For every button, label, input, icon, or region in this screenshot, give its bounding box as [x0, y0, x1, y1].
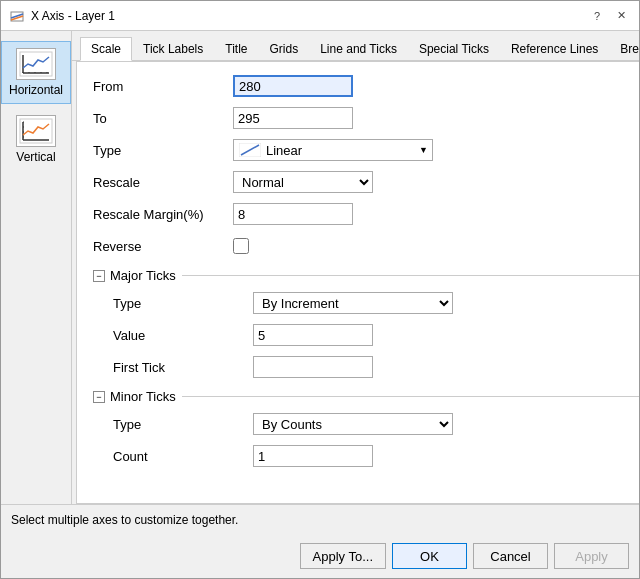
minor-ticks-label: Minor Ticks: [110, 389, 176, 404]
ok-button[interactable]: OK: [392, 543, 467, 569]
minor-ticks-toggle[interactable]: −: [93, 391, 105, 403]
minor-type-select[interactable]: By Counts By Increment Manual: [253, 413, 453, 435]
major-value-row: Value: [113, 323, 639, 347]
tabs: Scale Tick Labels Title Grids Line and T…: [72, 31, 639, 61]
major-ticks-label: Major Ticks: [110, 268, 176, 283]
minor-ticks-line: [182, 396, 639, 397]
content-area: From To Type: [76, 61, 639, 504]
titlebar-title: X Axis - Layer 1: [31, 9, 587, 23]
titlebar-controls: ? ✕: [587, 6, 631, 26]
major-type-row: Type By Increment By Counts Manual: [113, 291, 639, 315]
rescale-select[interactable]: Normal Auto Fixed: [233, 171, 373, 193]
first-tick-row: First Tick: [113, 355, 639, 379]
apply-button[interactable]: Apply: [554, 543, 629, 569]
type-select-container: Linear Log10 Ln Log2 ▼: [233, 139, 433, 161]
tab-reference-lines[interactable]: Reference Lines: [500, 37, 609, 61]
horizontal-axis-icon: [16, 48, 56, 80]
dialog: X Axis - Layer 1 ? ✕: [0, 0, 640, 579]
reverse-checkbox[interactable]: [233, 238, 249, 254]
tab-grids[interactable]: Grids: [259, 37, 310, 61]
sidebar-item-vertical[interactable]: Vertical: [1, 108, 71, 171]
sidebar-item-horizontal[interactable]: Horizontal: [1, 41, 71, 104]
from-row: From: [93, 74, 639, 98]
minor-ticks-header: − Minor Ticks: [93, 389, 639, 404]
from-label: From: [93, 79, 233, 94]
tab-scale[interactable]: Scale: [80, 37, 132, 61]
first-tick-label: First Tick: [113, 360, 253, 375]
tab-special-ticks[interactable]: Special Ticks: [408, 37, 500, 61]
help-button[interactable]: ?: [587, 6, 607, 26]
major-ticks-line: [182, 275, 639, 276]
minor-count-input[interactable]: [253, 445, 373, 467]
apply-to-button[interactable]: Apply To...: [300, 543, 386, 569]
minor-count-row: Count: [113, 444, 639, 468]
vertical-axis-icon: [16, 115, 56, 147]
minor-type-row: Type By Counts By Increment Manual: [113, 412, 639, 436]
major-type-select[interactable]: By Increment By Counts Manual: [253, 292, 453, 314]
status-bar: Select multiple axes to customize togeth…: [1, 504, 639, 534]
major-value-label: Value: [113, 328, 253, 343]
status-text: Select multiple axes to customize togeth…: [11, 513, 629, 527]
to-input[interactable]: [233, 107, 353, 129]
major-type-label: Type: [113, 296, 253, 311]
tab-title[interactable]: Title: [214, 37, 258, 61]
major-value-input[interactable]: [253, 324, 373, 346]
sidebar: Horizontal Vertical: [1, 31, 72, 504]
titlebar-icon: [9, 8, 25, 24]
to-label: To: [93, 111, 233, 126]
minor-count-label: Count: [113, 449, 253, 464]
reverse-row: Reverse: [93, 234, 639, 258]
rescale-margin-row: Rescale Margin(%): [93, 202, 639, 226]
rescale-margin-input[interactable]: [233, 203, 353, 225]
to-row: To: [93, 106, 639, 130]
type-label: Type: [93, 143, 233, 158]
tab-breaks[interactable]: Breaks: [609, 37, 639, 61]
vertical-label: Vertical: [16, 150, 55, 164]
type-select[interactable]: Linear Log10 Ln Log2: [266, 143, 428, 158]
tab-tick-labels[interactable]: Tick Labels: [132, 37, 214, 61]
rescale-margin-label: Rescale Margin(%): [93, 207, 233, 222]
rescale-label: Rescale: [93, 175, 233, 190]
cancel-button[interactable]: Cancel: [473, 543, 548, 569]
major-ticks-toggle[interactable]: −: [93, 270, 105, 282]
button-row: Apply To... OK Cancel Apply: [1, 534, 639, 578]
major-ticks-header: − Major Ticks: [93, 268, 639, 283]
minor-ticks-content: Type By Counts By Increment Manual Count: [93, 412, 639, 468]
linear-chart-icon: [238, 142, 262, 158]
minor-type-label: Type: [113, 417, 253, 432]
from-input[interactable]: [233, 75, 353, 97]
horizontal-label: Horizontal: [9, 83, 63, 97]
major-ticks-content: Type By Increment By Counts Manual Value: [93, 291, 639, 379]
type-row: Type Linear Log10 Ln Log2: [93, 138, 639, 162]
reverse-label: Reverse: [93, 239, 233, 254]
tab-line-and-ticks[interactable]: Line and Ticks: [309, 37, 408, 61]
titlebar: X Axis - Layer 1 ? ✕: [1, 1, 639, 31]
main-content: Scale Tick Labels Title Grids Line and T…: [72, 31, 639, 504]
close-button[interactable]: ✕: [611, 6, 631, 26]
rescale-row: Rescale Normal Auto Fixed: [93, 170, 639, 194]
first-tick-input[interactable]: [253, 356, 373, 378]
dialog-body: Horizontal Vertical: [1, 31, 639, 504]
